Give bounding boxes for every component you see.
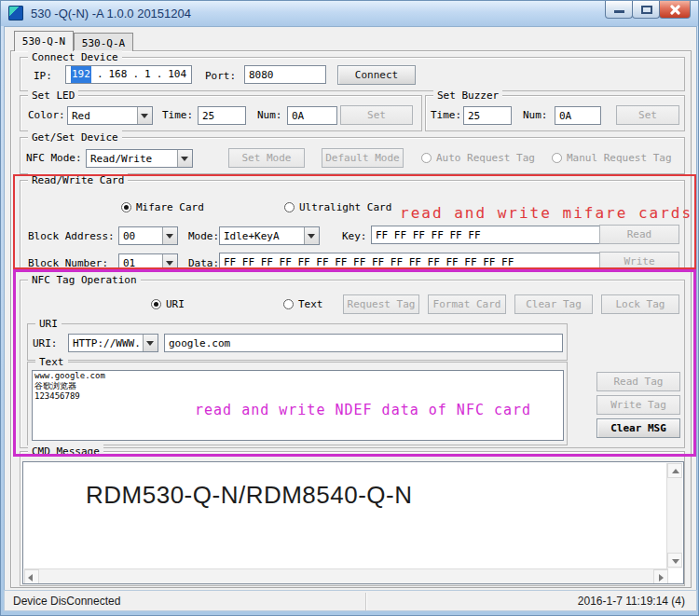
uri-label: URI: <box>33 337 58 349</box>
mifare-card-radio[interactable]: Mifare Card <box>121 201 204 213</box>
read-button[interactable]: Read <box>599 225 679 244</box>
tab-530-q-a[interactable]: 530-Q-A <box>74 33 133 51</box>
horizontal-scrollbar[interactable] <box>24 568 668 584</box>
title-bar: 530 -Q(-N) -A 1.0.0 20151204 <box>1 1 699 26</box>
led-time-input[interactable]: 25 <box>198 106 246 125</box>
connect-device-legend: Connect Device <box>28 50 122 64</box>
set-led-legend: Set LED <box>28 89 78 103</box>
request-tag-button[interactable]: Request Tag <box>343 294 419 314</box>
nfc-mode-dropdown-button <box>177 150 192 167</box>
port-input[interactable]: 8080 <box>244 65 326 84</box>
get-set-device-legend: Get/Set Device <box>28 130 122 144</box>
uri-radio-label: URI <box>166 298 185 310</box>
data-input[interactable]: FF FF FF FF FF FF FF FF FF FF FF FF FF F… <box>219 253 602 271</box>
scroll-left-button[interactable] <box>24 569 39 584</box>
write-tag-button[interactable]: Write Tag <box>596 395 680 415</box>
text-radio[interactable]: Text <box>283 298 323 310</box>
chevron-down-icon <box>146 341 154 349</box>
minimize-icon <box>614 10 624 13</box>
clear-msg-button[interactable]: Clear MSG <box>596 418 680 438</box>
led-num-input[interactable]: 0A <box>287 106 337 125</box>
maximize-icon <box>641 6 652 14</box>
cmd-message-group: CMD Message RDM530-Q-N/RDM8540-Q-N <box>20 451 685 586</box>
block-address-select[interactable]: 00 <box>118 226 178 245</box>
mode-select[interactable]: Idle+KeyA <box>219 226 320 245</box>
led-num-label: Num: <box>257 109 282 121</box>
led-color-select[interactable]: Red <box>67 106 153 125</box>
connect-button[interactable]: Connect <box>337 65 416 85</box>
manual-request-tag-label: Manul Request Tag <box>567 152 672 164</box>
buzzer-time-input[interactable]: 25 <box>463 106 512 125</box>
read-write-card-group: Read/Write Card Mifare Card Ultralight C… <box>20 180 685 272</box>
read-tag-button[interactable]: Read Tag <box>596 372 680 391</box>
key-label: Key: <box>342 230 367 242</box>
chevron-down-icon <box>166 234 173 242</box>
ip-input[interactable]: 192 . 168 . 1 . 104 <box>65 65 192 84</box>
uri-group-legend: URI <box>35 317 62 331</box>
clear-tag-button[interactable]: Clear Tag <box>514 294 593 314</box>
tab-530-q-n[interactable]: 530-Q-N <box>14 31 74 51</box>
ultralight-card-radio[interactable]: Ultralight Card <box>284 201 391 213</box>
data-label: Data: <box>188 257 219 269</box>
auto-request-tag-label: Auto Request Tag <box>436 152 535 164</box>
ip-label: IP: <box>34 70 52 82</box>
scroll-down-icon <box>672 559 679 564</box>
uri-radio[interactable]: URI <box>151 298 185 310</box>
led-color-dropdown-button <box>137 107 152 124</box>
set-mode-button[interactable]: Set Mode <box>228 148 305 168</box>
text-line: 谷歌浏览器 <box>33 381 563 391</box>
uri-input[interactable]: google.com <box>164 334 563 352</box>
read-write-card-legend: Read/Write Card <box>28 173 128 187</box>
key-input[interactable]: FF FF FF FF FF FF <box>371 226 602 244</box>
connect-device-group: Connect Device IP: 192 . 168 . 1 . 104 P… <box>20 57 685 91</box>
buzzer-num-input[interactable]: 0A <box>555 106 601 125</box>
scroll-up-button[interactable] <box>667 463 682 478</box>
buzzer-time-label: Time: <box>431 109 461 121</box>
window-title: 530 -Q(-N) -A 1.0.0 20151204 <box>31 7 191 21</box>
chevron-down-icon <box>181 157 188 165</box>
radio-circle <box>151 299 161 309</box>
status-datetime-text: 2016-1-7 11:19:14 (4) <box>578 595 685 608</box>
led-time-label: Time: <box>162 109 193 121</box>
lock-tag-button[interactable]: Lock Tag <box>601 294 679 314</box>
close-button[interactable] <box>659 1 691 19</box>
minimize-button[interactable] <box>605 1 633 19</box>
scroll-right-button[interactable] <box>653 569 668 584</box>
mode-value: Idle+KeyA <box>224 230 280 242</box>
manual-request-tag-radio[interactable]: Manul Request Tag <box>552 152 672 164</box>
uri-prefix-select[interactable]: HTTP://WWW. <box>68 334 158 352</box>
ip-dot: . <box>132 66 139 83</box>
maximize-button[interactable] <box>632 1 660 19</box>
radio-circle <box>283 299 294 309</box>
write-button[interactable]: Write <box>599 252 679 271</box>
scroll-down-button[interactable] <box>667 553 682 568</box>
block-number-label: Block Number: <box>28 257 108 269</box>
cmd-message-text: RDM530-Q-N/RDM8540-Q-N <box>86 481 413 510</box>
block-address-dropdown-button <box>162 227 177 244</box>
scroll-left-icon <box>28 574 33 582</box>
ip-octet-2: 168 <box>109 66 128 83</box>
uri-prefix-value: HTTP://WWW. <box>73 337 141 349</box>
default-mode-button[interactable]: Default Mode <box>322 148 404 168</box>
nfc-tag-operation-group: NFC Tag Operation URI Text Request Tag F… <box>20 280 685 448</box>
vertical-scrollbar[interactable] <box>666 463 682 568</box>
port-label: Port: <box>205 70 236 82</box>
led-color-label: Color: <box>28 109 65 121</box>
led-set-button[interactable]: Set <box>340 105 413 125</box>
text-content-area[interactable]: www.google.com 谷歌浏览器 123456789 <box>32 370 564 441</box>
window-controls <box>606 1 691 19</box>
format-card-button[interactable]: Format Card <box>428 294 506 314</box>
set-led-group: Set LED Color: Red Time: 25 Num: 0A Set <box>20 95 422 131</box>
buzzer-num-label: Num: <box>523 109 548 121</box>
scroll-up-icon <box>672 469 679 473</box>
block-number-value: 01 <box>123 257 135 269</box>
scroll-right-icon <box>659 574 664 582</box>
auto-request-tag-radio[interactable]: Auto Request Tag <box>421 152 535 164</box>
buzzer-set-button[interactable]: Set <box>616 105 679 125</box>
nfc-mode-select[interactable]: Read/Write <box>86 149 193 168</box>
text-line: www.google.com <box>33 371 563 381</box>
block-number-select[interactable]: 01 <box>118 253 178 272</box>
cmd-message-area[interactable]: RDM530-Q-N/RDM8540-Q-N <box>22 461 684 584</box>
block-address-label: Block Address: <box>28 230 115 242</box>
close-icon <box>660 1 690 18</box>
